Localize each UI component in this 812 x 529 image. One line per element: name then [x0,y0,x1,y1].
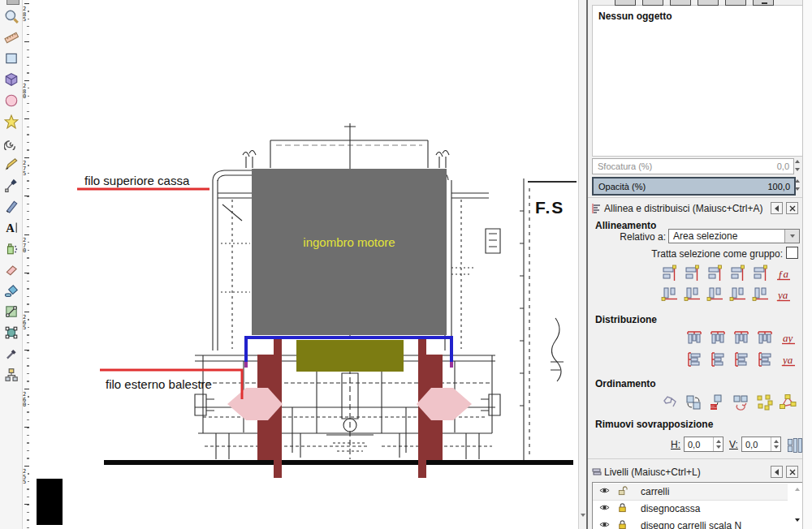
align-text-anchor-horizontal-button[interactable]: ƒa [774,264,793,283]
center-vertical-axis-button[interactable] [706,264,725,283]
distribute-right-edges-button[interactable] [732,328,751,347]
list-scroll-down-icon[interactable] [795,518,800,522]
spiral-tool-button[interactable] [0,132,22,153]
graph-layout-icon [661,394,679,411]
dropper-tool-button[interactable] [0,343,22,364]
opacity-spinner[interactable] [793,178,801,192]
treat-as-group-checkbox[interactable] [786,247,798,259]
dock-collapse-button[interactable] [771,202,783,214]
motor-clearance-rect[interactable] [252,169,447,335]
graph-layout-button[interactable] [660,393,680,412]
distribute-left-edges-button[interactable] [685,328,704,347]
truncated-toolbar-icon[interactable] [725,0,746,6]
layers-dialog-header[interactable]: Livelli (Maiusc+Ctrl+L) [592,464,808,480]
dialog-close-button[interactable] [786,466,798,478]
partial-tool-icon[interactable] [6,0,19,5]
truncated-toolbar-icon[interactable] [642,0,663,6]
zoom-tool-button[interactable] [0,6,22,27]
align-top-edges-button[interactable] [683,285,702,304]
relative-to-select[interactable]: Area selezione [668,229,800,243]
text-icon: A [4,220,19,234]
drawing-canvas[interactable]: F.S filo superiore cassa ingombro motore [29,0,578,529]
align-left-to-right-anchor-button[interactable] [751,264,771,283]
filo-superiore-label[interactable]: filo superiore cassa [84,174,190,187]
eraser-tool-button[interactable] [0,259,22,280]
align-bottom-to-top-anchor-button[interactable] [660,285,680,304]
h-offset-spinner[interactable] [713,437,723,451]
filo-esterno-label[interactable]: filo esterno balestre [106,377,212,391]
h-offset-field[interactable]: 0,0 [684,437,723,452]
visibility-eye-icon[interactable] [599,519,610,529]
v-offset-field[interactable]: 0,0 [741,437,781,452]
exchange-rotate-button[interactable] [731,393,750,412]
dock-collapse-button[interactable] [771,466,783,478]
dialog-close-button[interactable] [786,202,798,214]
exchange-positions-button[interactable] [684,393,703,412]
layers-list[interactable]: carrelli disegnocassa disegno carrelli s… [592,482,803,529]
blur-slider[interactable]: Sfocatura (%) 0,0 [592,158,794,174]
exchange-z-order-button[interactable] [707,393,727,412]
ground-line[interactable] [104,460,573,465]
truncated-toolbar-icon[interactable] [698,0,719,6]
distribute-vertical-gaps-button[interactable] [755,350,775,369]
distribute-horizontal-gaps-icon [756,329,774,346]
zoom-icon [4,9,19,24]
distribute-horizontal-gaps-button[interactable] [755,328,775,347]
center-horizontal-axis-button[interactable] [706,285,725,304]
panel-scrollbar[interactable] [802,0,812,529]
align-left-edges-button[interactable] [683,264,702,283]
distribute-centers-vertically-button[interactable] [708,350,728,369]
distribute-centers-horizontally-button[interactable] [708,328,728,347]
align-dialog-header[interactable]: Allinea e distribuisci (Maiusc+Ctrl+A) [592,200,808,216]
truncated-toolbar-icon[interactable] [670,0,691,6]
star-tool-button[interactable] [0,111,22,132]
box3d-tool-button[interactable] [0,69,22,90]
rectangle-tool-button[interactable] [0,48,22,69]
spray-tool-button[interactable] [0,238,22,259]
ellipse-tool-button[interactable] [0,90,22,111]
paint-bucket-tool-button[interactable] [0,280,22,301]
scroll-down-icon[interactable] [581,514,585,517]
opacity-slider[interactable]: Opacità (%) 100,0 [592,177,796,196]
visibility-eye-icon[interactable] [599,485,610,498]
pencil-tool-button[interactable] [0,153,22,174]
measure-tool-button[interactable] [0,27,22,48]
align-top-to-bottom-anchor-button[interactable] [751,285,771,304]
layer-row-disegnocassa[interactable]: disegnocassa [593,501,788,517]
lock-closed-icon[interactable] [617,519,628,529]
distribute-top-edges-button[interactable] [685,350,704,369]
unclump-objects-button[interactable] [754,393,774,412]
dialog-panel: Nessun oggetto Sfocatura (%) 0,0 Opacità… [588,0,812,529]
align-bottom-edges-button[interactable] [728,285,748,304]
distribute-text-anchors-vertical-button[interactable]: ya [779,350,798,369]
visibility-eye-icon[interactable] [599,502,610,515]
gradient-tool-button[interactable] [0,301,22,322]
olive-gearbox-rect[interactable] [296,340,404,372]
v-offset-spinner[interactable] [771,437,780,451]
align-right-edges-button[interactable] [728,264,748,283]
distribute-text-anchors-horizontal-button[interactable]: ay [779,328,798,347]
truncated-toolbar-icon[interactable] [615,0,636,6]
dropdown-button[interactable] [784,230,799,243]
remove-overlap-heading: Rimuovi sovrapposizione [595,419,713,430]
layer-row-carrelli[interactable]: carrelli [593,484,788,501]
align-text-anchor-vertical-button[interactable]: ya [774,285,793,304]
list-scroll-up-icon[interactable] [795,488,800,491]
ruler-number: 265 [23,315,28,331]
pen-tool-button[interactable] [0,174,22,196]
randomize-network-button[interactable] [778,393,797,412]
lock-open-icon[interactable] [617,485,628,498]
objects-list-box[interactable]: Nessun oggetto [592,5,803,157]
distribute-bottom-edges-icon [732,351,750,368]
mesh-tool-button[interactable] [0,322,22,343]
blur-spinner[interactable] [793,158,801,173]
connector-tool-button[interactable] [0,364,22,385]
black-square-object[interactable] [37,479,63,525]
distribute-bottom-edges-button[interactable] [732,350,751,369]
lock-closed-icon[interactable] [617,502,628,515]
ingombro-motore-label[interactable]: ingombro motore [303,235,395,249]
calligraphy-tool-button[interactable] [0,196,22,217]
layer-row-disegno-carrelli[interactable]: disegno carrelli scala N [593,518,788,529]
align-right-to-left-anchor-button[interactable] [660,264,680,283]
text-tool-button[interactable]: A [0,217,22,238]
